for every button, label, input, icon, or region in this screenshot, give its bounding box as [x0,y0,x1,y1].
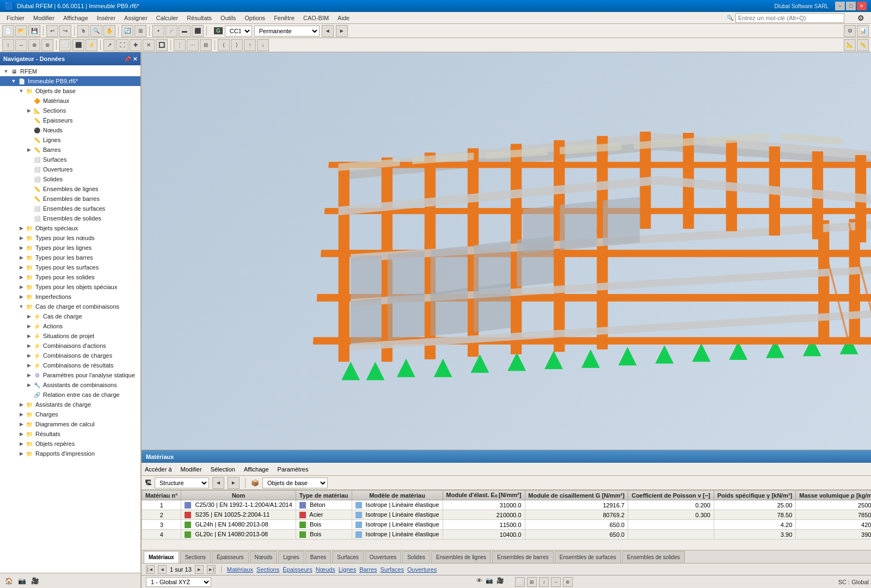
menu-calculer[interactable]: Calculer [152,14,182,22]
tb2-btn14[interactable]: ⋯ [187,39,199,51]
rotate-btn[interactable]: 🔄 [121,25,133,37]
tree-relation-cas[interactable]: ▶ 🔗 Relation entre cas de charge [0,390,140,400]
minimize-btn[interactable]: − [835,2,845,10]
page-prev[interactable]: ◄ [158,565,167,574]
lc-nav-prev[interactable]: ◄ [322,25,334,37]
menu-assigner[interactable]: Assigner [120,14,152,22]
sb-btn2[interactable]: ⊞ [527,577,537,587]
tree-types-barres[interactable]: ▶ 📁 Types pour les barres [0,253,140,262]
load-case-select[interactable]: CC1 [225,26,252,36]
bp-structure-select[interactable]: Structure [155,477,209,488]
tree-lignes[interactable]: ▶ 📏 Lignes [0,135,140,145]
bp-acceder-a[interactable]: Accéder à [145,466,172,473]
tab-lignes[interactable]: Lignes [278,551,304,563]
bp-nav-next[interactable]: ► [228,477,240,489]
node-btn[interactable]: • [152,25,164,37]
tree-situations[interactable]: ▶ ⚡ Situations de projet [0,331,140,341]
tree-ens-barres[interactable]: ▶ 📏 Ensembles de barres [0,194,140,204]
tree-assistants-charge[interactable]: ▶ 📁 Assistants de charge [0,400,140,409]
bp-selection[interactable]: Sélection [211,466,235,473]
tb2-btn9[interactable]: ⛶ [116,39,128,51]
tb2-extra1[interactable]: 📐 [844,39,856,51]
table-row[interactable]: 4 GL20c | EN 14080:2013-08 Bois Isotrope… [142,530,872,540]
open-btn[interactable]: 📂 [15,25,27,37]
tree-materiaux[interactable]: ▶ 🔶 Matériaux [0,96,140,106]
tree-cas-charge[interactable]: ▶ ⚡ Cas de charge [0,311,140,321]
tree-noeuds[interactable]: ▶ ⚫ Nœuds [0,125,140,135]
tb2-btn3[interactable]: ⊕ [28,39,40,51]
tb2-extra2[interactable]: 📏 [857,39,869,51]
fit-btn[interactable]: ⊞ [134,25,146,37]
tab-ep-btn[interactable]: Épaisseurs [283,566,312,573]
extra-btn2[interactable]: 📊 [857,25,869,37]
tb2-btn17[interactable]: ⟩ [231,39,243,51]
tab-mat-btn[interactable]: Matériaux [227,566,253,573]
tab-solides[interactable]: Solides [402,551,430,563]
tree-actions[interactable]: ▶ ⚡ Actions [0,321,140,331]
tab-materiaux[interactable]: Matériaux [144,551,179,563]
tree-comb-actions[interactable]: ▶ ⚡ Combinaisons d'actions [0,341,140,351]
redo-btn[interactable]: ↪ [59,25,71,37]
tab-sec-btn[interactable]: Sections [256,566,279,573]
bp-objects-select[interactable]: Objets de base [262,477,328,488]
tree-params-analyse[interactable]: ▶ ⚙ Paramètres pour l'analyse statique [0,370,140,380]
menu-inserer[interactable]: Insérer [93,14,120,22]
tb2-btn2[interactable]: ↔ [15,39,27,51]
tree-comb-resultats[interactable]: ▶ ⚡ Combinaisons de résultats [0,360,140,370]
tab-ouv-btn[interactable]: Ouvertures [407,566,437,573]
tree-ens-surfaces[interactable]: ▶ ⬜ Ensembles de surfaces [0,204,140,213]
nav-close-icon[interactable]: ✕ [133,56,137,62]
page-last[interactable]: ►| [207,565,216,574]
undo-btn[interactable]: ↩ [46,25,58,37]
tree-types-solides[interactable]: ▶ 📁 Types pour les solides [0,272,140,282]
tab-no-btn[interactable]: Nœuds [316,566,335,573]
tree-assistants-comb[interactable]: ▶ 🔧 Assistants de combinaisons [0,380,140,390]
tree-charges[interactable]: ▶ 📁 Charges [0,409,140,419]
tree-types-obj-sp[interactable]: ▶ 📁 Types pour les objets spéciaux [0,282,140,292]
tree-diagrammes[interactable]: ▶ 📁 Diagrammes de calcul [0,419,140,429]
tab-epaisseurs[interactable]: Épaisseurs [212,551,248,563]
tree-types-lignes[interactable]: ▶ 📁 Types pour les lignes [0,243,140,253]
status-icon-3[interactable]: 🎥 [496,577,504,587]
tree-surfaces[interactable]: ▶ ⬜ Surfaces [0,155,140,164]
nb-video-icon[interactable]: 🎥 [29,575,40,586]
tree-ens-solides[interactable]: ▶ ⬜ Ensembles de solides [0,213,140,223]
tb2-btn10[interactable]: ✚ [130,39,142,51]
tb2-btn1[interactable]: ↕ [2,39,14,51]
surface-btn[interactable]: ⬛ [192,25,204,37]
tb2-btn12[interactable]: 🔲 [156,39,168,51]
tab-ens-solides[interactable]: Ensembles de solides [622,551,685,563]
maximize-btn[interactable]: □ [846,2,856,10]
tree-solides[interactable]: ▶ ⬜ Solides [0,174,140,184]
menu-outils[interactable]: Outils [216,14,240,22]
tools-icon[interactable]: ⚙ [853,14,869,22]
menu-fichier[interactable]: Fichier [2,14,29,22]
tab-bar-btn[interactable]: Barres [359,566,377,573]
tb2-btn18[interactable]: ↑ [244,39,256,51]
tab-noeuds[interactable]: Nœuds [250,551,278,563]
new-btn[interactable]: 📄 [2,25,14,37]
materials-table-container[interactable]: Matériau n° Nom Type de matériau Modèle … [142,490,871,550]
page-first[interactable]: |◄ [146,565,155,574]
nb-home-icon[interactable]: 🏠 [3,575,14,586]
viewport-inner[interactable]: +Y Z X [142,52,871,450]
close-btn[interactable]: ✕ [857,2,867,10]
tree-types-surfaces[interactable]: ▶ 📁 Types pour les surfaces [0,262,140,272]
load-type-select[interactable]: Permanente [254,26,320,36]
bp-modifier[interactable]: Modifier [181,466,202,473]
tab-surfaces[interactable]: Surfaces [332,551,363,563]
tb2-btn4[interactable]: ⊗ [41,39,53,51]
tree-obj-speciaux[interactable]: ▶ 📁 Objets spéciaux [0,223,140,233]
search-input[interactable] [735,13,844,23]
sb-btn3[interactable]: ↕ [539,577,549,587]
tree-epaisseurs[interactable]: ▶ 📏 Épaisseurs [0,115,140,125]
extra-btn1[interactable]: ⚙ [844,25,856,37]
bp-parametres[interactable]: Paramètres [278,466,309,473]
bp-nav-prev[interactable]: ◄ [212,477,224,489]
tree-resultats[interactable]: ▶ 📁 Résultats [0,429,140,439]
tb2-btn19[interactable]: ↓ [257,39,269,51]
menu-options[interactable]: Options [240,14,269,22]
tab-ens-barres[interactable]: Ensembles de barres [492,551,554,563]
menu-affichage[interactable]: Affichage [59,14,93,22]
page-next[interactable]: ► [195,565,204,574]
